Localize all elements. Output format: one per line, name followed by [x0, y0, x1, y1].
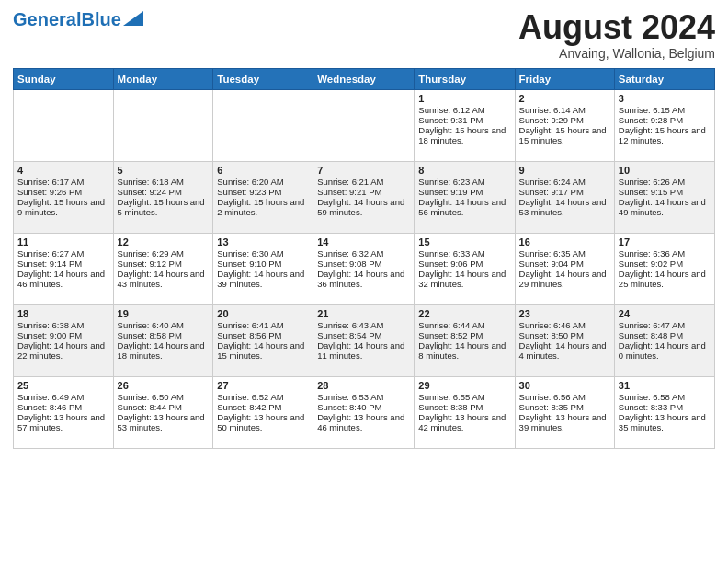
sunrise: Sunrise: 6:50 AM	[118, 392, 184, 402]
sunrise: Sunrise: 6:53 AM	[317, 392, 383, 402]
sunrise: Sunrise: 6:55 AM	[418, 392, 484, 402]
sunrise: Sunrise: 6:58 AM	[619, 392, 685, 402]
day-cell-1-2: 6Sunrise: 6:20 AMSunset: 9:23 PMDaylight…	[213, 161, 313, 233]
logo-general: General	[13, 9, 81, 29]
week-row-1: 1Sunrise: 6:12 AMSunset: 9:31 PMDaylight…	[14, 89, 715, 161]
daylight: Daylight: 14 hours and 22 minutes.	[17, 340, 105, 361]
daylight: Daylight: 15 hours and 15 minutes.	[519, 125, 607, 145]
day-number: 10	[619, 165, 711, 176]
day-number: 25	[17, 380, 109, 391]
day-number: 13	[217, 236, 309, 247]
day-cell-4-4: 29Sunrise: 6:55 AMSunset: 8:38 PMDayligh…	[415, 376, 515, 448]
sunrise: Sunrise: 6:46 AM	[519, 320, 586, 330]
day-cell-0-2	[213, 89, 313, 161]
sunset: Sunset: 8:58 PM	[118, 330, 182, 340]
week-row-4: 18Sunrise: 6:38 AMSunset: 9:00 PMDayligh…	[14, 304, 715, 376]
day-cell-1-3: 7Sunrise: 6:21 AMSunset: 9:21 PMDaylight…	[313, 161, 415, 233]
header-wednesday: Wednesday	[313, 68, 415, 89]
header-sunday: Sunday	[14, 68, 114, 89]
day-number: 31	[619, 380, 711, 391]
sunset: Sunset: 9:06 PM	[418, 259, 483, 269]
day-cell-2-1: 12Sunrise: 6:29 AMSunset: 9:12 PMDayligh…	[113, 233, 213, 304]
daylight: Daylight: 14 hours and 56 minutes.	[418, 197, 506, 217]
logo: GeneralBlue	[13, 9, 143, 30]
day-number: 28	[317, 380, 410, 391]
sunset: Sunset: 9:04 PM	[519, 259, 584, 269]
day-cell-4-0: 25Sunrise: 6:49 AMSunset: 8:46 PMDayligh…	[14, 376, 114, 448]
sunrise: Sunrise: 6:17 AM	[17, 177, 84, 187]
sunrise: Sunrise: 6:47 AM	[619, 320, 685, 330]
day-number: 7	[317, 165, 410, 176]
sunset: Sunset: 9:12 PM	[118, 259, 182, 269]
sunset: Sunset: 8:35 PM	[519, 402, 584, 412]
daylight: Daylight: 15 hours and 9 minutes.	[17, 197, 105, 217]
day-cell-1-6: 10Sunrise: 6:26 AMSunset: 9:15 PMDayligh…	[614, 161, 714, 233]
day-cell-2-4: 15Sunrise: 6:33 AMSunset: 9:06 PMDayligh…	[415, 233, 515, 304]
daylight: Daylight: 14 hours and 49 minutes.	[619, 197, 706, 217]
sunset: Sunset: 9:08 PM	[317, 259, 381, 269]
daylight: Daylight: 13 hours and 57 minutes.	[17, 412, 105, 432]
sunset: Sunset: 9:17 PM	[519, 187, 584, 197]
sunrise: Sunrise: 6:26 AM	[619, 177, 685, 187]
daylight: Daylight: 13 hours and 35 minutes.	[619, 412, 706, 432]
sunset: Sunset: 9:19 PM	[418, 187, 483, 197]
logo-icon	[123, 11, 143, 26]
sunset: Sunset: 9:23 PM	[217, 187, 281, 197]
sunrise: Sunrise: 6:30 AM	[217, 248, 283, 259]
day-cell-0-5: 2Sunrise: 6:14 AMSunset: 9:29 PMDaylight…	[515, 89, 614, 161]
header-monday: Monday	[113, 68, 213, 89]
daylight: Daylight: 14 hours and 25 minutes.	[619, 269, 706, 289]
day-cell-1-1: 5Sunrise: 6:18 AMSunset: 9:24 PMDaylight…	[113, 161, 213, 233]
daylight: Daylight: 14 hours and 53 minutes.	[519, 197, 607, 217]
sunset: Sunset: 8:54 PM	[317, 330, 381, 340]
sunrise: Sunrise: 6:14 AM	[519, 105, 586, 115]
daylight: Daylight: 14 hours and 0 minutes.	[619, 340, 706, 361]
sunrise: Sunrise: 6:40 AM	[118, 320, 184, 330]
sunrise: Sunrise: 6:23 AM	[418, 177, 484, 187]
sunrise: Sunrise: 6:21 AM	[317, 177, 383, 187]
sunrise: Sunrise: 6:20 AM	[217, 177, 283, 187]
sunset: Sunset: 9:29 PM	[519, 115, 584, 125]
day-cell-3-0: 18Sunrise: 6:38 AMSunset: 9:00 PMDayligh…	[14, 304, 114, 376]
daylight: Daylight: 14 hours and 46 minutes.	[17, 269, 105, 289]
day-cell-0-1	[113, 89, 213, 161]
sunset: Sunset: 9:02 PM	[619, 259, 683, 269]
day-cell-3-6: 24Sunrise: 6:47 AMSunset: 8:48 PMDayligh…	[614, 304, 714, 376]
daylight: Daylight: 14 hours and 15 minutes.	[217, 340, 304, 361]
day-cell-4-1: 26Sunrise: 6:50 AMSunset: 8:44 PMDayligh…	[113, 376, 213, 448]
sunrise: Sunrise: 6:15 AM	[619, 105, 685, 115]
title-section: August 2024 Anvaing, Wallonia, Belgium	[518, 9, 715, 61]
day-number: 21	[317, 308, 410, 319]
daylight: Daylight: 14 hours and 39 minutes.	[217, 269, 304, 289]
day-cell-3-3: 21Sunrise: 6:43 AMSunset: 8:54 PMDayligh…	[313, 304, 415, 376]
week-row-3: 11Sunrise: 6:27 AMSunset: 9:14 PMDayligh…	[14, 233, 715, 304]
daylight: Daylight: 14 hours and 8 minutes.	[418, 340, 506, 361]
day-cell-0-4: 1Sunrise: 6:12 AMSunset: 9:31 PMDaylight…	[415, 89, 515, 161]
sunset: Sunset: 8:33 PM	[619, 402, 683, 412]
header-thursday: Thursday	[415, 68, 515, 89]
day-cell-1-0: 4Sunrise: 6:17 AMSunset: 9:26 PMDaylight…	[14, 161, 114, 233]
sunrise: Sunrise: 6:38 AM	[17, 320, 84, 330]
daylight: Daylight: 13 hours and 42 minutes.	[418, 412, 506, 432]
daylight: Daylight: 13 hours and 53 minutes.	[118, 412, 205, 432]
sunset: Sunset: 9:14 PM	[17, 259, 82, 269]
day-number: 30	[519, 380, 610, 391]
sunset: Sunset: 9:24 PM	[118, 187, 182, 197]
day-cell-3-2: 20Sunrise: 6:41 AMSunset: 8:56 PMDayligh…	[213, 304, 313, 376]
day-number: 22	[418, 308, 510, 319]
calendar-table: Sunday Monday Tuesday Wednesday Thursday…	[13, 68, 715, 449]
day-number: 14	[317, 236, 410, 247]
sunset: Sunset: 8:56 PM	[217, 330, 281, 340]
day-number: 29	[418, 380, 510, 391]
sunrise: Sunrise: 6:32 AM	[317, 248, 383, 259]
day-cell-2-6: 17Sunrise: 6:36 AMSunset: 9:02 PMDayligh…	[614, 233, 714, 304]
day-number: 27	[217, 380, 309, 391]
day-number: 11	[17, 236, 109, 247]
daylight: Daylight: 15 hours and 12 minutes.	[619, 125, 706, 145]
day-cell-1-4: 8Sunrise: 6:23 AMSunset: 9:19 PMDaylight…	[415, 161, 515, 233]
sunrise: Sunrise: 6:29 AM	[118, 248, 184, 259]
day-cell-1-5: 9Sunrise: 6:24 AMSunset: 9:17 PMDaylight…	[515, 161, 614, 233]
location: Anvaing, Wallonia, Belgium	[518, 46, 715, 61]
day-number: 5	[118, 165, 210, 176]
header-saturday: Saturday	[614, 68, 714, 89]
